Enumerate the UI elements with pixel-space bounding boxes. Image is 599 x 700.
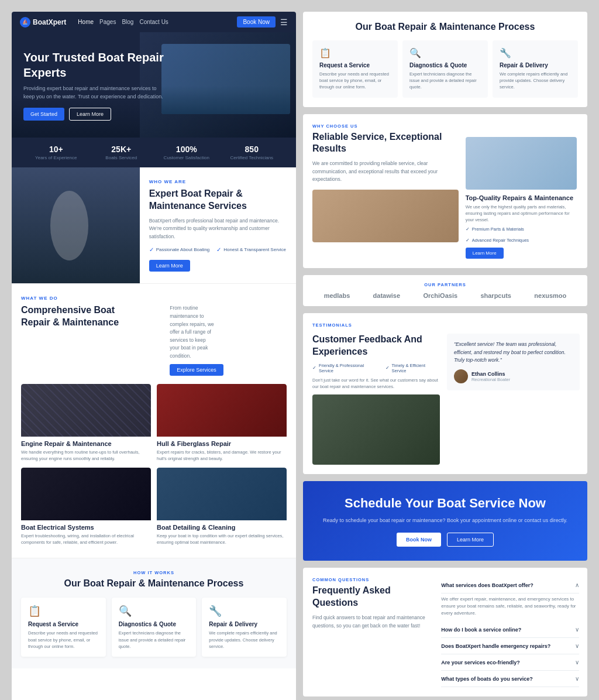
why-title: Reliable Service, Exceptional Results [312,131,459,156]
author-info: Ethan Collins Recreational Boater [471,371,510,382]
how-step-3: 🔧 Repair & Delivery We complete repairs … [202,598,287,657]
faq-tag: COMMON QUESTIONS [312,577,432,582]
faq-arrow-3: ∨ [575,659,579,665]
service-card-electrical: Boat Electrical Systems Expert troublesh… [21,468,151,546]
schedule-learn-button[interactable]: Learn More [447,533,494,547]
stat-experience: 10+ Years of Experience [23,145,89,160]
faq-item-0[interactable]: What services does BoatXpert offer? ∧ [441,577,579,593]
stat-boats-label: Boats Serviced [89,155,154,160]
partners-section: OUR PARTNERS medlabs datawise OrchiOasis… [303,275,587,306]
services-header: Comprehensive Boat Repair & Maintenance … [21,304,287,375]
stat-boats-value: 25K+ [89,145,154,154]
how-icon-1: 📋 [28,605,99,617]
testimonials-grid: Customer Feedback And Experiences ✓ Frie… [312,334,578,465]
explore-services-button[interactable]: Explore Services [170,364,223,376]
process-card-desc-3: We complete repairs efficiently and prov… [500,71,571,91]
who-description: BoatXpert offers professional boat repai… [149,217,287,241]
process-card-title-2: Diagnostics & Quote [409,62,481,68]
stat-satisfaction-label: Customer Satisfaction [154,155,219,160]
service-desc-engine: We handle everything from routine tune-u… [21,449,151,462]
process-icon-3: 🔧 [500,47,571,59]
faq-question-0: What services does BoatXpert offer? [441,582,533,588]
process-card-2: 🔍 Diagnostics & Quote Expert technicians… [402,40,488,98]
t-check-icon-1: ✓ [385,365,390,370]
stat-technicians: 850 Certified Technicians [219,145,285,160]
testimonials-title: Customer Feedback And Experiences [312,334,440,358]
service-desc-hull: Expert repairs for cracks, blisters, and… [157,449,287,462]
how-desc-2: Expert technicians diagnose the issue an… [119,630,190,650]
how-title-left: Our Boat Repair & Maintenance Process [21,578,287,590]
faq-question-2: Does BoatXpert handle emergency repairs? [441,643,550,649]
book-now-button[interactable]: Book Now [237,16,276,28]
why-check-label-1: Advanced Repair Techniques [472,238,529,243]
faq-item-1[interactable]: How do I book a service online? ∨ [441,622,579,638]
process-icon-2: 🔍 [409,47,481,59]
why-grid: Reliable Service, Exceptional Results We… [312,131,578,259]
why-check-0: ✓ Premium Parts & Materials [466,227,524,232]
why-check-1: ✓ Advanced Repair Techniques [466,238,529,243]
t-check-1: ✓ Timely & Efficient Service [385,363,440,373]
stat-boats: 25K+ Boats Serviced [89,145,154,160]
why-boat-image [466,137,577,190]
why-right-description: We use only the highest quality parts an… [466,204,577,224]
who-check-label-1: Honest & Transparent Service [223,247,286,252]
who-learn-more-button[interactable]: Learn More [149,260,190,272]
nav-home[interactable]: Home [78,19,94,25]
quote-author: Ethan Collins Recreational Boater [454,369,573,383]
how-title-1: Request a Service [28,621,99,627]
partner-sharpcuts: sharpcuts [480,292,511,299]
testimonial-person-image [312,394,440,465]
process-card-desc-1: Describe your needs and requested boat s… [319,71,391,91]
how-grid-left: 📋 Request a Service Describe your needs … [21,598,287,657]
service-name-hull: Hull & Fiberglass Repair [157,440,287,447]
service-card-engine: Engine Repair & Maintenance We handle ev… [21,384,151,462]
testimonials-tag: TESTIMONIALS [312,322,578,328]
process-section: Our Boat Repair & Maintenance Process 📋 … [303,12,587,107]
process-grid: 📋 Request a Service Describe your needs … [312,40,578,98]
faq-item-3[interactable]: Are your services eco-friendly? ∨ [441,654,579,671]
faq-left: COMMON QUESTIONS Frequently Asked Questi… [312,577,432,687]
process-card-title-1: Request a Service [319,62,391,68]
services-title: Comprehensive Boat Repair & Maintenance [21,304,140,329]
hero-title: Your Trusted Boat Repair Experts [23,50,167,80]
why-learn-more-button[interactable]: Learn More [466,248,504,259]
quote-text: "Excellent service! The team was profess… [454,341,573,365]
learn-more-button[interactable]: Learn More [69,108,111,121]
services-description: From routine maintenance to complex repa… [170,304,216,360]
faq-arrow-2: ∨ [575,643,579,649]
services-tag: WHAT WE DO [21,296,287,301]
process-card-3: 🔧 Repair & Delivery We complete repairs … [493,40,578,98]
services-header-left: Comprehensive Boat Repair & Maintenance [21,304,140,334]
why-choose-us-section: WHY CHOOSE US Reliable Service, Exceptio… [303,114,587,269]
nav-contact[interactable]: Contact Us [139,19,168,25]
how-tag-left: HOW IT WORKS [21,570,287,575]
faq-description: Find quick answers to boat repair and ma… [312,614,432,630]
nav-blog[interactable]: Blog [122,19,133,25]
why-right-title: Top-Quality Repairs & Maintenance [466,194,577,201]
faq-item-2[interactable]: Does BoatXpert handle emergency repairs?… [441,638,579,654]
process-card-title-3: Repair & Delivery [500,62,571,68]
schedule-book-button[interactable]: Book Now [397,533,441,547]
testimonials-left: Customer Feedback And Experiences ✓ Frie… [312,334,440,465]
faq-answer-0: We offer expert repair, maintenance, and… [441,593,579,622]
partners-tag: OUR PARTNERS [312,282,578,287]
t-check-icon-0: ✓ [312,365,316,370]
faq-arrow-0: ∧ [575,582,579,588]
service-card-hull: Hull & Fiberglass Repair Expert repairs … [157,384,287,462]
author-avatar [454,369,468,383]
nav-links: Home Pages Blog Contact Us [78,19,232,25]
get-started-button[interactable]: Get Started [23,108,64,121]
testimonial-quote-card: "Excellent service! The team was profess… [447,334,580,390]
hamburger-icon[interactable]: ☰ [280,18,288,27]
how-icon-3: 🔧 [209,605,280,617]
services-grid: Engine Repair & Maintenance We handle ev… [21,384,287,546]
testimonials-right: "Excellent service! The team was profess… [447,334,580,465]
faq-section: COMMON QUESTIONS Frequently Asked Questi… [303,568,587,696]
worker-image [12,167,140,283]
schedule-section: Schedule Your Boat Service Now Ready to … [303,481,587,561]
service-image-electrical [21,468,151,520]
testimonial-checks: ✓ Friendly & Professional Service ✓ Time… [312,363,440,373]
stat-technicians-value: 850 [219,145,285,154]
faq-item-4[interactable]: What types of boats do you service? ∨ [441,671,579,687]
nav-pages[interactable]: Pages [99,19,116,25]
